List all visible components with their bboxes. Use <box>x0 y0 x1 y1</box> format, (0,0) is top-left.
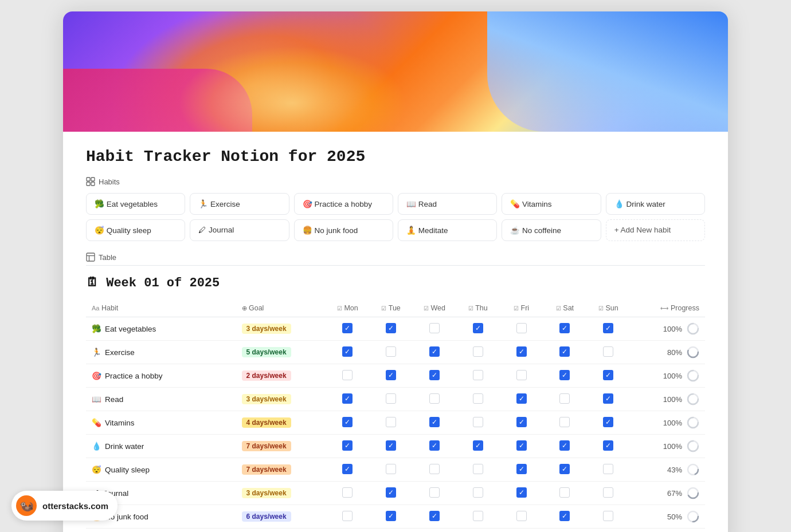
day-cell-sun-7[interactable] <box>586 482 630 505</box>
checkbox-tue[interactable] <box>386 370 396 380</box>
habit-goal-cell[interactable]: 4 days/week <box>236 411 326 435</box>
day-cell-thu-1[interactable] <box>456 341 500 364</box>
day-cell-tue-1[interactable] <box>369 341 413 364</box>
checkbox-fri[interactable] <box>516 440 527 451</box>
checkbox-wed[interactable] <box>429 323 440 333</box>
day-cell-wed-5[interactable] <box>413 435 456 458</box>
day-cell-fri-8[interactable] <box>500 505 543 529</box>
habit-card-0[interactable]: 🥦 Eat vegetables <box>86 193 185 215</box>
checkbox-mon[interactable] <box>342 464 353 474</box>
habit-goal-cell[interactable]: 3 days/week <box>236 388 326 411</box>
day-cell-sun-4[interactable] <box>586 411 630 435</box>
day-cell-fri-2[interactable] <box>500 364 543 388</box>
habit-card-3[interactable]: 📖 Read <box>398 193 497 215</box>
day-cell-sat-6[interactable] <box>543 458 587 482</box>
checkbox-thu[interactable] <box>473 440 483 451</box>
day-cell-sat-5[interactable] <box>543 435 587 458</box>
day-cell-tue-4[interactable] <box>369 411 413 435</box>
checkbox-sun[interactable] <box>603 487 613 498</box>
day-cell-thu-6[interactable] <box>456 458 500 482</box>
checkbox-tue[interactable] <box>386 487 396 498</box>
habit-goal-cell[interactable]: 6 days/week <box>236 505 326 529</box>
habit-card-2[interactable]: 🎯 Practice a hobby <box>294 193 393 215</box>
checkbox-tue[interactable] <box>386 393 396 404</box>
day-cell-thu-4[interactable] <box>456 411 500 435</box>
habit-goal-cell[interactable]: 7 days/week <box>236 435 326 458</box>
day-cell-sat-2[interactable] <box>543 364 587 388</box>
checkbox-fri[interactable] <box>516 323 527 333</box>
checkbox-wed[interactable] <box>429 511 440 521</box>
day-cell-tue-7[interactable] <box>369 482 413 505</box>
day-cell-mon-5[interactable] <box>326 435 369 458</box>
checkbox-tue[interactable] <box>386 464 396 474</box>
checkbox-fri[interactable] <box>516 464 527 474</box>
habit-card-5[interactable]: 💧 Drink water <box>606 193 705 215</box>
checkbox-fri[interactable] <box>516 393 527 404</box>
checkbox-fri[interactable] <box>516 346 527 357</box>
checkbox-wed[interactable] <box>429 487 440 498</box>
day-cell-wed-1[interactable] <box>413 341 456 364</box>
checkbox-fri[interactable] <box>516 511 527 521</box>
habit-goal-cell[interactable]: 3 days/week <box>236 482 326 505</box>
checkbox-sun[interactable] <box>603 323 613 333</box>
day-cell-mon-8[interactable] <box>326 505 369 529</box>
checkbox-sun[interactable] <box>603 511 613 521</box>
checkbox-sat[interactable] <box>559 440 570 451</box>
checkbox-sun[interactable] <box>603 417 613 427</box>
checkbox-sat[interactable] <box>559 464 570 474</box>
day-cell-thu-8[interactable] <box>456 505 500 529</box>
day-cell-wed-6[interactable] <box>413 458 456 482</box>
checkbox-wed[interactable] <box>429 417 440 427</box>
checkbox-tue[interactable] <box>386 417 396 427</box>
checkbox-wed[interactable] <box>429 370 440 380</box>
day-cell-tue-8[interactable] <box>369 505 413 529</box>
day-cell-fri-5[interactable] <box>500 435 543 458</box>
day-cell-thu-5[interactable] <box>456 435 500 458</box>
day-cell-mon-0[interactable] <box>326 317 369 341</box>
checkbox-sun[interactable] <box>603 464 613 474</box>
day-cell-sun-1[interactable] <box>586 341 630 364</box>
checkbox-thu[interactable] <box>473 346 483 357</box>
checkbox-mon[interactable] <box>342 370 353 380</box>
checkbox-sat[interactable] <box>559 346 570 357</box>
habit-card-8[interactable]: 🍔 No junk food <box>294 219 393 241</box>
checkbox-wed[interactable] <box>429 393 440 404</box>
habit-card-1[interactable]: 🏃 Exercise <box>190 193 289 215</box>
day-cell-sun-8[interactable] <box>586 505 630 529</box>
day-cell-sat-4[interactable] <box>543 411 587 435</box>
habit-goal-cell[interactable]: 7 days/week <box>236 458 326 482</box>
day-cell-sat-8[interactable] <box>543 505 587 529</box>
checkbox-sat[interactable] <box>559 393 570 404</box>
checkbox-sat[interactable] <box>559 370 570 380</box>
checkbox-thu[interactable] <box>473 323 483 333</box>
day-cell-tue-5[interactable] <box>369 435 413 458</box>
day-cell-mon-4[interactable] <box>326 411 369 435</box>
checkbox-thu[interactable] <box>473 487 483 498</box>
checkbox-sun[interactable] <box>603 370 613 380</box>
day-cell-sun-3[interactable] <box>586 388 630 411</box>
checkbox-sat[interactable] <box>559 323 570 333</box>
checkbox-mon[interactable] <box>342 417 353 427</box>
day-cell-fri-7[interactable] <box>500 482 543 505</box>
checkbox-thu[interactable] <box>473 393 483 404</box>
checkbox-mon[interactable] <box>342 323 353 333</box>
checkbox-thu[interactable] <box>473 464 483 474</box>
checkbox-sat[interactable] <box>559 511 570 521</box>
habit-card-6[interactable]: 😴 Quality sleep <box>86 219 185 241</box>
day-cell-thu-7[interactable] <box>456 482 500 505</box>
day-cell-mon-7[interactable] <box>326 482 369 505</box>
day-cell-wed-4[interactable] <box>413 411 456 435</box>
habit-goal-cell[interactable]: 2 days/week <box>236 364 326 388</box>
habit-card-9[interactable]: 🧘 Meditate <box>398 219 497 241</box>
habit-card-7[interactable]: 🖊 Journal <box>190 219 289 241</box>
checkbox-sun[interactable] <box>603 393 613 404</box>
day-cell-mon-1[interactable] <box>326 341 369 364</box>
day-cell-fri-3[interactable] <box>500 388 543 411</box>
checkbox-wed[interactable] <box>429 346 440 357</box>
checkbox-tue[interactable] <box>386 346 396 357</box>
day-cell-mon-3[interactable] <box>326 388 369 411</box>
day-cell-tue-3[interactable] <box>369 388 413 411</box>
day-cell-thu-2[interactable] <box>456 364 500 388</box>
checkbox-thu[interactable] <box>473 370 483 380</box>
checkbox-fri[interactable] <box>516 487 527 498</box>
